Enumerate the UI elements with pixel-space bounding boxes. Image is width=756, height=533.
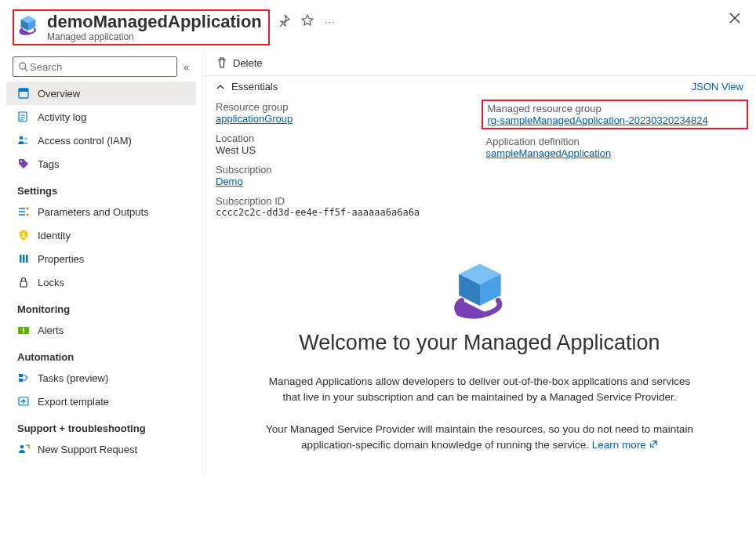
svg-rect-5 <box>19 89 28 92</box>
essentials-field: SubscriptionDemo <box>216 164 474 187</box>
field-value: West US <box>216 144 474 156</box>
sidebar-item-label: Tags <box>38 158 59 170</box>
sidebar-item-label: New Support Request <box>38 444 137 455</box>
svg-rect-18 <box>19 374 23 377</box>
sidebar-item-identity[interactable]: Identity <box>6 223 196 247</box>
command-bar: Delete <box>203 50 756 76</box>
essentials-label: Essentials <box>231 81 278 92</box>
sidebar-item-label: Tasks (preview) <box>38 372 108 384</box>
svg-rect-16 <box>20 281 27 287</box>
pin-button[interactable] <box>278 14 290 29</box>
blade-header: demoManagedApplication Managed applicati… <box>0 0 756 50</box>
field-label: Managed resource group <box>488 103 743 114</box>
svg-point-11 <box>27 214 29 216</box>
sidebar-item-label: Export template <box>38 396 109 408</box>
search-input[interactable] <box>28 60 172 74</box>
svg-rect-14 <box>23 255 25 263</box>
field-label: Subscription <box>216 164 474 176</box>
sidebar-item-new-support-request[interactable]: New Support Request <box>6 437 196 461</box>
tasks-icon <box>17 372 30 384</box>
chevron-up-icon <box>216 82 225 92</box>
external-link-icon <box>649 440 658 448</box>
sidebar-item-label: Access control (IAM) <box>38 135 132 147</box>
sidebar-section-title: Settings <box>6 176 196 200</box>
sidebar-section-title: Support + troubleshooting <box>6 413 196 437</box>
search-box[interactable] <box>13 56 177 77</box>
sidebar-item-access-control-iam-[interactable]: Access control (IAM) <box>6 129 196 152</box>
json-view-link[interactable]: JSON View <box>692 81 743 92</box>
welcome-section: Welcome to your Managed Application Mana… <box>203 227 756 477</box>
field-label: Application definition <box>486 136 744 147</box>
svg-point-8 <box>24 137 27 140</box>
delete-label: Delete <box>233 57 263 69</box>
sidebar-section-title: Monitoring <box>6 294 196 318</box>
essentials-field: Application definitionsampleManagedAppli… <box>486 136 744 159</box>
trash-icon <box>216 56 228 69</box>
field-value[interactable]: Demo <box>216 176 474 187</box>
support-icon <box>17 443 30 455</box>
svg-point-7 <box>20 136 24 140</box>
tags-icon <box>17 158 30 170</box>
properties-icon <box>17 252 30 265</box>
field-label: Subscription ID <box>216 195 474 207</box>
field-value[interactable]: rg-sampleManagedApplication-202303202348… <box>488 114 743 126</box>
svg-point-10 <box>27 208 29 210</box>
sidebar-item-locks[interactable]: Locks <box>6 270 196 294</box>
essentials-toggle[interactable]: Essentials <box>216 81 278 92</box>
alerts-icon <box>17 324 30 336</box>
svg-point-12 <box>23 233 25 235</box>
close-button[interactable] <box>729 13 740 26</box>
field-value[interactable]: sampleManagedApplication <box>486 147 744 159</box>
sidebar-item-alerts[interactable]: Alerts <box>6 318 196 342</box>
svg-rect-13 <box>20 255 22 263</box>
field-label: Resource group <box>216 101 474 113</box>
locks-icon <box>17 276 30 288</box>
field-label: Location <box>216 132 474 144</box>
essentials-panel: Resource groupapplicationGroupLocationWe… <box>203 98 756 227</box>
sidebar-item-tasks-preview-[interactable]: Tasks (preview) <box>6 366 196 390</box>
page-subtitle: Managed application <box>47 31 262 42</box>
svg-point-21 <box>20 445 24 449</box>
managed-app-icon <box>17 14 39 36</box>
sidebar: « OverviewActivity logAccess control (IA… <box>0 50 202 477</box>
sidebar-item-activity-log[interactable]: Activity log <box>6 105 196 129</box>
svg-rect-15 <box>26 255 28 263</box>
favorite-button[interactable] <box>301 14 314 29</box>
welcome-icon <box>227 259 732 321</box>
sidebar-item-tags[interactable]: Tags <box>6 152 196 176</box>
activity-icon <box>17 111 30 123</box>
sidebar-item-properties[interactable]: Properties <box>6 247 196 270</box>
svg-point-9 <box>20 161 22 162</box>
export-icon <box>17 395 30 408</box>
field-value[interactable]: applicationGroup <box>216 113 474 125</box>
collapse-sidebar-button[interactable]: « <box>184 61 189 73</box>
more-button[interactable]: ··· <box>325 16 336 27</box>
field-value: cccc2c2c-dd3d-ee4e-ff5f-aaaaaa6a6a6a <box>216 207 474 218</box>
page-title: demoManagedApplication <box>47 13 262 31</box>
sidebar-section-title: Automation <box>6 342 196 366</box>
essentials-field: Resource groupapplicationGroup <box>216 101 474 125</box>
params-icon <box>17 205 30 218</box>
access-icon <box>17 134 30 147</box>
essentials-field: Subscription IDcccc2c2c-dd3d-ee4e-ff5f-a… <box>216 195 474 218</box>
sidebar-item-label: Parameters and Outputs <box>38 206 149 218</box>
sidebar-item-overview[interactable]: Overview <box>6 82 196 105</box>
identity-icon <box>17 229 30 241</box>
welcome-paragraph-1: Managed Applications allow developers to… <box>260 374 700 406</box>
svg-rect-19 <box>19 379 23 382</box>
sidebar-item-parameters-and-outputs[interactable]: Parameters and Outputs <box>6 200 196 223</box>
welcome-heading: Welcome to your Managed Application <box>227 331 732 355</box>
learn-more-link[interactable]: Learn more <box>592 439 658 451</box>
main-pane: Delete Essentials JSON View Resource gro… <box>202 50 756 477</box>
sidebar-item-export-template[interactable]: Export template <box>6 390 196 413</box>
delete-button[interactable]: Delete <box>216 56 263 69</box>
sidebar-item-label: Identity <box>38 230 71 241</box>
sidebar-item-label: Activity log <box>38 111 86 123</box>
sidebar-item-label: Overview <box>38 88 80 100</box>
essentials-field: Managed resource grouprg-sampleManagedAp… <box>482 100 749 129</box>
sidebar-item-label: Properties <box>38 253 84 265</box>
search-icon <box>18 61 28 72</box>
overview-icon <box>17 87 30 100</box>
essentials-field: LocationWest US <box>216 132 474 156</box>
sidebar-item-label: Alerts <box>38 325 64 336</box>
